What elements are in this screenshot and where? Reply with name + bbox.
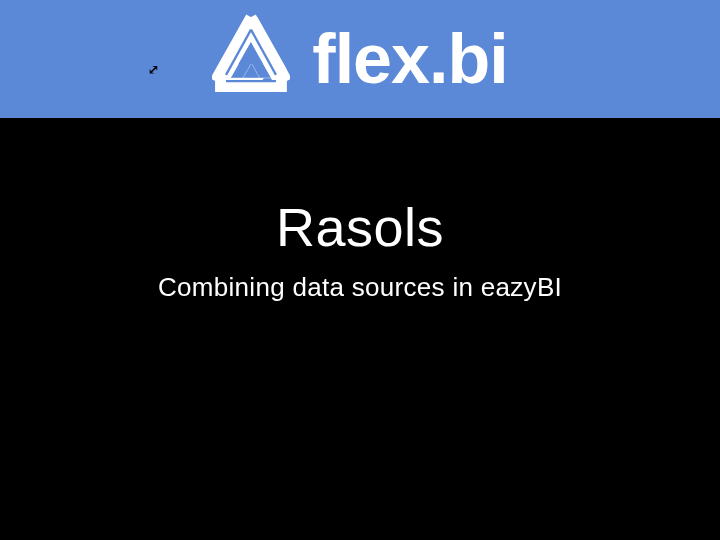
header-band: ⤢	[0, 0, 720, 118]
brand-logo: flex.bi	[212, 14, 507, 104]
penrose-triangle-icon	[212, 14, 290, 104]
slide-title: Rasols	[276, 196, 444, 258]
slide-subtitle: Combining data sources in eazyBI	[158, 272, 562, 303]
brand-text: flex.bi	[312, 24, 507, 94]
slide-content: Rasols Combining data sources in eazyBI	[0, 118, 720, 540]
fullscreen-arrow-icon[interactable]: ⤢	[148, 62, 159, 77]
